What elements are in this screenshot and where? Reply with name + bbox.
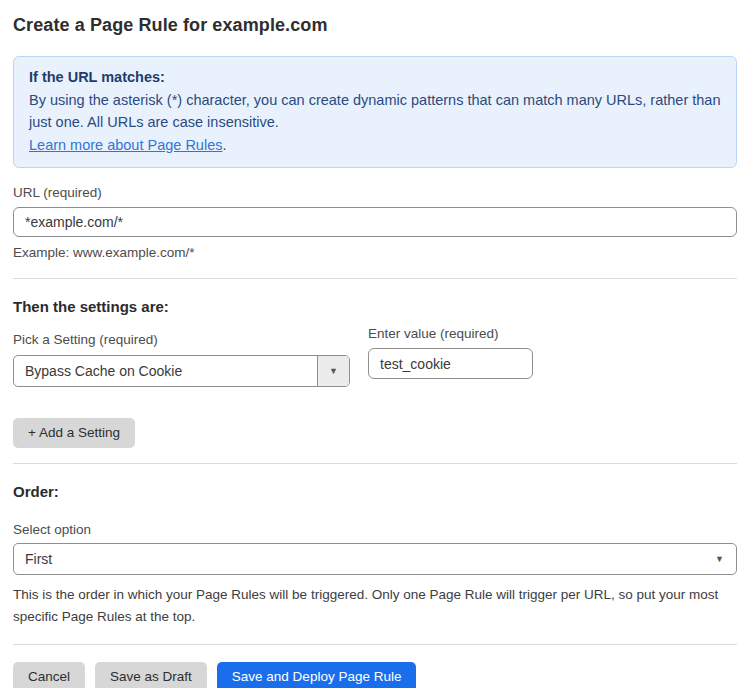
order-select-label: Select option [13, 522, 737, 537]
setting-value-column: Enter value (required) [368, 326, 533, 379]
url-example-helper: Example: www.example.com/* [13, 245, 737, 260]
settings-row: Pick a Setting (required) Bypass Cache o… [13, 315, 737, 387]
order-select-arrow: ▼ [715, 555, 736, 564]
order-select[interactable]: First ▼ [13, 543, 737, 575]
footer-button-row: Cancel Save as Draft Save and Deploy Pag… [13, 662, 737, 688]
page-title: Create a Page Rule for example.com [13, 15, 737, 36]
order-description: This is the order in which your Page Rul… [13, 584, 737, 628]
setting-select-column: Pick a Setting (required) Bypass Cache o… [13, 315, 350, 387]
link-suffix: . [222, 137, 226, 153]
divider-order-footer [13, 644, 737, 645]
divider-url-settings [13, 278, 737, 279]
setting-value-label: Enter value (required) [368, 326, 533, 341]
setting-select-label: Pick a Setting (required) [13, 332, 350, 347]
order-section-heading: Order: [13, 483, 737, 500]
order-select-value: First [14, 551, 715, 567]
setting-select-arrow-button[interactable]: ▼ [317, 356, 349, 386]
info-box-heading: If the URL matches: [29, 66, 721, 89]
settings-section-heading: Then the settings are: [13, 298, 737, 315]
setting-select[interactable]: Bypass Cache on Cookie ▼ [13, 355, 350, 387]
setting-value-input[interactable] [368, 348, 533, 379]
save-and-deploy-button[interactable]: Save and Deploy Page Rule [217, 662, 417, 688]
cancel-button[interactable]: Cancel [13, 662, 85, 688]
learn-more-link[interactable]: Learn more about Page Rules [29, 137, 222, 153]
add-setting-button[interactable]: + Add a Setting [13, 418, 135, 448]
dropdown-arrow-icon: ▼ [715, 555, 724, 564]
url-input[interactable] [13, 207, 737, 237]
save-as-draft-button[interactable]: Save as Draft [95, 662, 207, 688]
url-field-label: URL (required) [13, 185, 737, 200]
dropdown-arrow-icon: ▼ [329, 367, 338, 376]
page-rule-form: Create a Page Rule for example.com If th… [0, 15, 750, 688]
setting-select-value: Bypass Cache on Cookie [14, 363, 317, 379]
info-box-link-line: Learn more about Page Rules. [29, 134, 721, 157]
url-matches-info-box: If the URL matches: By using the asteris… [13, 56, 737, 168]
divider-settings-order [13, 463, 737, 464]
info-box-body: By using the asterisk (*) character, you… [29, 89, 721, 134]
